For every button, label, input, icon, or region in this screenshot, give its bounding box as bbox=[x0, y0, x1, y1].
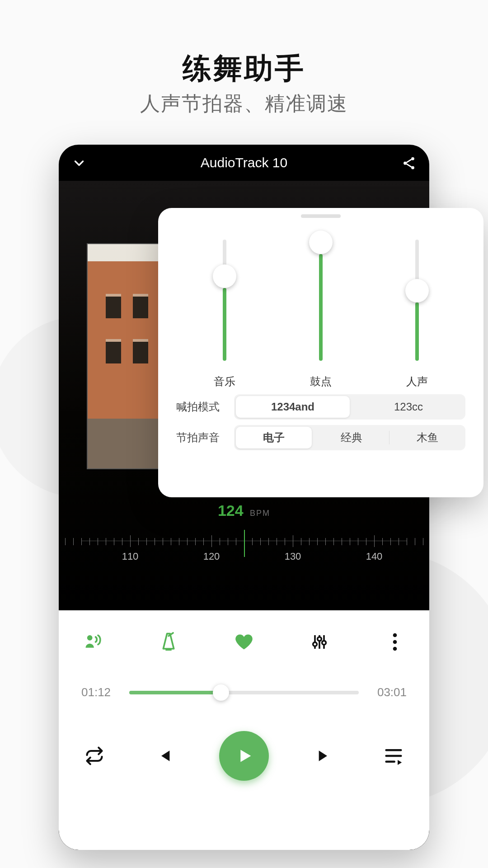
share-button[interactable] bbox=[401, 156, 417, 171]
count-mode-segmented[interactable]: 1234and123cc bbox=[234, 394, 465, 420]
ruler-tick-label: 120 bbox=[203, 551, 220, 562]
svg-point-5 bbox=[313, 642, 317, 646]
time-current: 01:12 bbox=[81, 685, 117, 699]
play-icon bbox=[234, 745, 254, 766]
repeat-icon bbox=[84, 746, 104, 766]
mixer-slider[interactable]: 人声 bbox=[406, 240, 428, 389]
bpm-display: 124 BPM bbox=[59, 502, 429, 519]
metronome-settings-panel: 音乐鼓点人声 喊拍模式 1234and123cc 节拍声音 电子经典木鱼 bbox=[158, 208, 483, 497]
mixer-slider-label: 人声 bbox=[406, 374, 428, 389]
more-button[interactable] bbox=[383, 630, 407, 654]
mixer-slider-label: 鼓点 bbox=[310, 374, 332, 389]
metronome-button[interactable] bbox=[157, 630, 180, 654]
segmented-option[interactable]: 1234and bbox=[236, 396, 350, 418]
more-vertical-icon bbox=[392, 633, 398, 651]
voice-count-icon bbox=[83, 632, 103, 652]
ruler-tick-label: 140 bbox=[366, 551, 383, 562]
svg-point-9 bbox=[393, 640, 397, 644]
queue-button[interactable] bbox=[380, 743, 407, 769]
playlist-icon bbox=[384, 747, 404, 765]
skip-prev-icon bbox=[155, 747, 173, 765]
metronome-icon bbox=[160, 632, 178, 652]
favorite-button[interactable] bbox=[232, 630, 256, 654]
svg-point-6 bbox=[318, 637, 322, 641]
bpm-value: 124 bbox=[218, 502, 244, 519]
ruler-tick-label: 130 bbox=[285, 551, 301, 562]
drag-handle[interactable] bbox=[301, 214, 341, 218]
mixer-slider[interactable]: 音乐 bbox=[214, 240, 235, 389]
play-button[interactable] bbox=[219, 731, 269, 781]
time-total: 03:01 bbox=[371, 685, 407, 699]
track-title: AudioTrack 10 bbox=[201, 155, 287, 170]
chevron-down-icon bbox=[71, 156, 87, 171]
seek-bar[interactable] bbox=[129, 691, 359, 694]
equalizer-button[interactable] bbox=[308, 630, 331, 654]
voice-count-button[interactable] bbox=[81, 630, 105, 654]
mixer-slider[interactable]: 鼓点 bbox=[310, 240, 332, 389]
svg-rect-4 bbox=[165, 649, 171, 651]
ruler-tick-label: 110 bbox=[122, 551, 139, 562]
segmented-option[interactable]: 123cc bbox=[352, 394, 465, 420]
sliders-icon bbox=[310, 632, 328, 652]
ruler-needle bbox=[244, 530, 245, 557]
promo-subhead: 人声节拍器、精准调速 bbox=[0, 90, 488, 117]
svg-point-7 bbox=[322, 641, 326, 645]
svg-point-3 bbox=[87, 635, 93, 641]
bpm-unit: BPM bbox=[250, 509, 270, 518]
svg-point-10 bbox=[393, 647, 397, 651]
prev-button[interactable] bbox=[150, 743, 177, 769]
segmented-option[interactable]: 木鱼 bbox=[389, 425, 465, 450]
repeat-button[interactable] bbox=[81, 743, 108, 769]
heart-icon bbox=[234, 632, 254, 652]
segmented-option[interactable]: 经典 bbox=[314, 425, 389, 450]
beat-sound-segmented[interactable]: 电子经典木鱼 bbox=[234, 425, 465, 450]
next-button[interactable] bbox=[312, 743, 338, 769]
promo-headline: 练舞助手 bbox=[0, 49, 488, 88]
count-mode-label: 喊拍模式 bbox=[176, 400, 226, 414]
svg-point-8 bbox=[393, 633, 397, 637]
player-header: AudioTrack 10 bbox=[59, 145, 429, 181]
beat-sound-label: 节拍声音 bbox=[176, 430, 226, 445]
segmented-option[interactable]: 电子 bbox=[236, 427, 312, 448]
skip-next-icon bbox=[316, 747, 334, 765]
collapse-button[interactable] bbox=[71, 156, 87, 171]
mixer-slider-label: 音乐 bbox=[214, 374, 235, 389]
bpm-ruler[interactable]: 110120130140 bbox=[81, 529, 407, 570]
share-icon bbox=[401, 156, 417, 171]
